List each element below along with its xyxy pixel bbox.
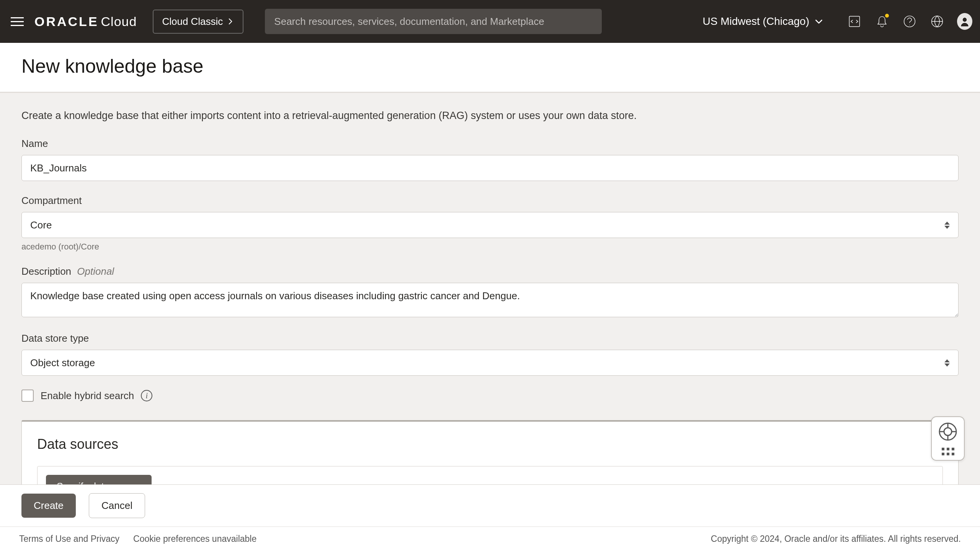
compartment-select[interactable]: Core	[21, 212, 959, 238]
logo-brand: ORACLE	[34, 14, 99, 29]
region-label: US Midwest (Chicago)	[702, 15, 809, 28]
form-area: Create a knowledge base that either impo…	[0, 92, 980, 484]
menu-toggle-button[interactable]	[8, 12, 27, 31]
logo-suffix: Cloud	[101, 14, 137, 29]
global-header: ORACLE Cloud Cloud Classic US Midwest (C…	[0, 0, 980, 43]
data-sources-heading: Data sources	[37, 436, 943, 452]
data-sources-panel: Data sources Specify data source	[21, 420, 959, 484]
notification-badge	[885, 14, 889, 18]
cloud-classic-button[interactable]: Cloud Classic	[153, 10, 243, 34]
create-button[interactable]: Create	[21, 494, 76, 518]
search-input[interactable]	[274, 16, 593, 28]
cancel-button[interactable]: Cancel	[89, 493, 145, 518]
description-field: Description Optional	[21, 266, 959, 319]
cloud-classic-label: Cloud Classic	[162, 16, 223, 28]
name-label: Name	[21, 138, 959, 150]
svg-point-5	[944, 428, 952, 435]
chevron-right-icon	[227, 18, 234, 25]
data-sources-inner: Specify data source	[37, 466, 943, 484]
compartment-path: acedemo (root)/Core	[21, 242, 959, 252]
data-store-type-select[interactable]: Object storage	[21, 350, 959, 376]
chevron-down-icon	[814, 16, 824, 26]
svg-point-1	[904, 16, 915, 27]
cookies-link[interactable]: Cookie preferences unavailable	[133, 534, 256, 544]
drag-handle-icon[interactable]	[942, 448, 954, 455]
page-title: New knowledge base	[21, 55, 959, 77]
notifications-icon[interactable]	[874, 14, 890, 29]
help-widget[interactable]	[931, 416, 965, 461]
description-label: Description Optional	[21, 266, 959, 277]
optional-tag: Optional	[77, 266, 114, 277]
enable-hybrid-checkbox[interactable]	[21, 390, 34, 402]
name-field: Name	[21, 138, 959, 181]
name-input[interactable]	[21, 155, 959, 181]
terms-link[interactable]: Terms of Use and Privacy	[19, 534, 119, 544]
header-icon-group	[847, 14, 972, 29]
data-store-type-field: Data store type Object storage	[21, 333, 959, 376]
footer: Terms of Use and Privacy Cookie preferen…	[0, 527, 980, 551]
select-caret-icon	[944, 359, 950, 367]
global-search[interactable]	[265, 9, 602, 34]
oracle-cloud-logo[interactable]: ORACLE Cloud	[34, 14, 137, 29]
copyright-text: Copyright © 2024, Oracle and/or its affi…	[711, 534, 961, 544]
page-intro: Create a knowledge base that either impo…	[21, 110, 959, 122]
region-selector[interactable]: US Midwest (Chicago)	[702, 15, 824, 28]
compartment-value: Core	[30, 219, 52, 231]
data-store-type-label: Data store type	[21, 333, 959, 344]
developer-tools-icon[interactable]	[847, 14, 862, 29]
user-avatar[interactable]	[957, 14, 972, 29]
lifebuoy-icon	[938, 422, 958, 442]
enable-hybrid-row: Enable hybrid search i	[21, 390, 959, 402]
compartment-field: Compartment Core acedemo (root)/Core	[21, 195, 959, 252]
info-icon[interactable]: i	[141, 390, 152, 401]
footer-links: Terms of Use and Privacy Cookie preferen…	[19, 534, 256, 544]
help-icon[interactable]	[902, 14, 917, 29]
select-caret-icon	[944, 222, 950, 229]
svg-point-3	[962, 18, 967, 22]
compartment-label: Compartment	[21, 195, 959, 207]
description-input[interactable]	[21, 283, 959, 317]
specify-data-source-button[interactable]: Specify data source	[46, 475, 152, 484]
page-title-bar: New knowledge base	[0, 43, 980, 92]
enable-hybrid-label: Enable hybrid search	[41, 390, 134, 402]
language-icon[interactable]	[929, 14, 945, 29]
action-bar: Create Cancel	[0, 484, 980, 527]
data-store-type-value: Object storage	[30, 357, 95, 369]
